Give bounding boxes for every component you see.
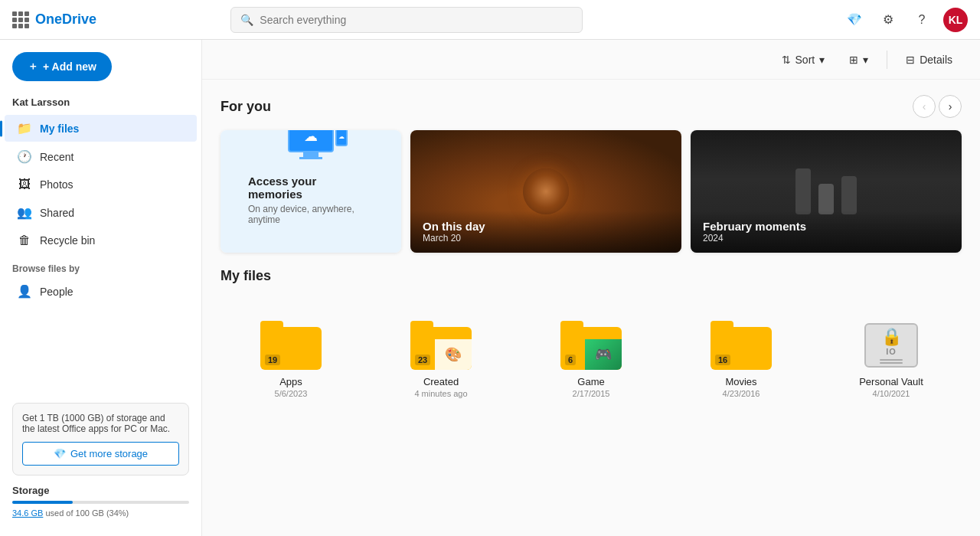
on-this-day-overlay: On this day March 20 bbox=[410, 130, 681, 253]
for-you-title: For you ‹ › bbox=[220, 95, 962, 118]
folder-body: 23 🎨 bbox=[410, 327, 472, 370]
sidebar-item-photos[interactable]: 🖼 Photos bbox=[5, 172, 197, 198]
folder-date-movies: 4/23/2016 bbox=[723, 389, 760, 398]
add-new-label: + Add new bbox=[43, 60, 96, 73]
sort-button[interactable]: ⇅ Sort ▾ bbox=[773, 49, 835, 70]
my-files-title-text: My files bbox=[220, 268, 271, 284]
sidebar-item-recent[interactable]: 🕐 Recent bbox=[5, 143, 197, 170]
sidebar-item-label: My files bbox=[40, 123, 79, 135]
user-name: Kat Larsson bbox=[0, 93, 201, 114]
avatar[interactable]: KL bbox=[943, 8, 968, 32]
memories-card-title: Access your memories bbox=[248, 175, 374, 201]
add-new-button[interactable]: ＋ + Add new bbox=[12, 52, 112, 81]
cloud-icon: ☁ bbox=[304, 130, 318, 145]
premium-icon[interactable]: 💎 bbox=[842, 8, 867, 32]
storage-used-link[interactable]: 34.6 GB bbox=[12, 508, 43, 518]
on-this-day-card[interactable]: On this day March 20 bbox=[410, 130, 681, 253]
cards-row: ☁ ☁ 🌿 🌱 bbox=[220, 130, 962, 253]
clock-icon: 🕐 bbox=[17, 149, 32, 164]
storage-promo: Get 1 TB (1000 GB) of storage and the la… bbox=[12, 403, 189, 476]
details-icon: ⊟ bbox=[906, 54, 915, 66]
my-files-section: My files bbox=[202, 268, 980, 312]
folder-name-game: Game bbox=[577, 376, 604, 387]
folder-thumb-created: 🎨 bbox=[435, 339, 472, 370]
storage-section-label: Storage bbox=[12, 485, 189, 496]
sidebar-item-shared[interactable]: 👥 Shared bbox=[5, 199, 197, 226]
on-this-day-text: On this day March 20 bbox=[410, 211, 681, 253]
sidebar-item-label: Shared bbox=[40, 207, 74, 219]
folder-thumb-game: 🎮 bbox=[585, 339, 622, 370]
sidebar-bottom: Get 1 TB (1000 GB) of storage and the la… bbox=[0, 394, 201, 527]
february-moments-card[interactable]: February moments 2024 bbox=[691, 130, 962, 253]
details-button[interactable]: ⊟ Details bbox=[897, 49, 962, 70]
sidebar-item-my-files[interactable]: 📁 My files bbox=[5, 115, 197, 142]
files-grid: 19 Apps 5/6/2023 23 🎨 Created bbox=[202, 312, 980, 420]
folder-badge-movies: 16 bbox=[715, 355, 730, 365]
folder-created[interactable]: 23 🎨 Created 4 minutes ago bbox=[371, 312, 511, 404]
february-title: February moments bbox=[703, 220, 949, 233]
folder-movies[interactable]: 16 Movies 4/23/2016 bbox=[671, 312, 812, 404]
view-chevron-icon: ▾ bbox=[863, 54, 868, 66]
folder-body: 19 bbox=[260, 327, 322, 370]
folder-apps[interactable]: 19 Apps 5/6/2023 bbox=[220, 312, 361, 404]
thumb-image: 🎮 bbox=[585, 339, 622, 370]
folder-icon-movies: 16 bbox=[710, 321, 772, 370]
february-subtitle: 2024 bbox=[703, 233, 949, 243]
sidebar: ＋ + Add new Kat Larsson 📁 My files 🕐 Rec… bbox=[0, 40, 202, 536]
on-this-day-subtitle: March 20 bbox=[423, 233, 669, 243]
topbar-right: 💎 ⚙ ? KL bbox=[842, 8, 968, 32]
folder-badge-created: 23 bbox=[415, 355, 430, 365]
browse-files-label: Browse files by bbox=[0, 254, 201, 277]
folder-date-apps: 5/6/2023 bbox=[275, 389, 308, 398]
february-overlay: February moments 2024 bbox=[691, 130, 962, 253]
folder-game[interactable]: 6 🎮 Game 2/17/2015 bbox=[521, 312, 662, 404]
monitor-base bbox=[299, 157, 322, 159]
storage-text: 34.6 GB used of 100 GB (34%) bbox=[12, 508, 189, 518]
help-icon[interactable]: ? bbox=[910, 8, 934, 32]
storage-bar-background bbox=[12, 501, 189, 504]
memories-card-subtitle: On any device, anywhere, anytime bbox=[248, 204, 374, 225]
folder-icon-game: 6 🎮 bbox=[560, 321, 622, 370]
folder-personal-vault[interactable]: 🔒 IO Personal Vault 4/10/2021 bbox=[821, 312, 962, 404]
folder-date-game: 2/17/2015 bbox=[573, 389, 610, 398]
memories-card-text: Access your memories On any device, anyw… bbox=[236, 165, 386, 237]
for-you-section: For you ‹ › ☁ bbox=[202, 80, 980, 268]
grid-icon: ⊞ bbox=[849, 54, 858, 66]
app-logo[interactable]: OneDrive bbox=[12, 11, 96, 28]
memories-card-promo: ☁ ☁ 🌿 🌱 bbox=[220, 130, 401, 253]
storage-bar-fill bbox=[12, 501, 73, 504]
gear-icon: ⚙ bbox=[883, 12, 893, 27]
monitor-shape: ☁ bbox=[288, 130, 334, 152]
folder-body: 16 bbox=[710, 327, 772, 370]
february-text: February moments 2024 bbox=[691, 211, 962, 253]
folder-name-created: Created bbox=[423, 376, 459, 387]
folder-date-created: 4 minutes ago bbox=[414, 389, 467, 398]
memories-card[interactable]: ☁ ☁ 🌿 🌱 bbox=[220, 130, 401, 253]
settings-icon[interactable]: ⚙ bbox=[876, 8, 900, 32]
prev-arrow-button[interactable]: ‹ bbox=[913, 95, 936, 118]
folder-icon-created: 23 🎨 bbox=[410, 321, 472, 370]
waffle-icon[interactable] bbox=[12, 11, 29, 28]
my-files-title: My files bbox=[220, 268, 962, 284]
trash-icon: 🗑 bbox=[17, 234, 32, 247]
sidebar-item-people[interactable]: 👤 People bbox=[5, 278, 197, 305]
folder-name-apps: Apps bbox=[279, 376, 302, 387]
sidebar-item-recycle-bin[interactable]: 🗑 Recycle bin bbox=[5, 227, 197, 253]
plus-icon: ＋ bbox=[28, 60, 38, 74]
folder-name-movies: Movies bbox=[725, 376, 756, 387]
topbar: OneDrive 🔍 💎 ⚙ ? KL bbox=[0, 0, 980, 40]
for-you-title-text: For you bbox=[220, 99, 271, 115]
thumb-image: 🎨 bbox=[435, 339, 472, 370]
photo-icon: 🖼 bbox=[17, 178, 32, 191]
shared-icon: 👥 bbox=[17, 205, 32, 220]
content-area: ⇅ Sort ▾ ⊞ ▾ ⊟ Details For you ‹ › bbox=[202, 40, 980, 536]
search-input[interactable] bbox=[260, 14, 573, 26]
next-arrow-button[interactable]: › bbox=[939, 95, 962, 118]
on-this-day-title: On this day bbox=[423, 220, 669, 233]
diamond-icon: 💎 bbox=[847, 12, 862, 27]
get-storage-button[interactable]: 💎 Get more storage bbox=[22, 442, 179, 466]
sort-chevron-icon: ▾ bbox=[819, 54, 825, 66]
view-button[interactable]: ⊞ ▾ bbox=[840, 49, 877, 70]
vault-icon: 🔒 IO bbox=[861, 321, 922, 370]
search-bar[interactable]: 🔍 bbox=[230, 7, 583, 33]
